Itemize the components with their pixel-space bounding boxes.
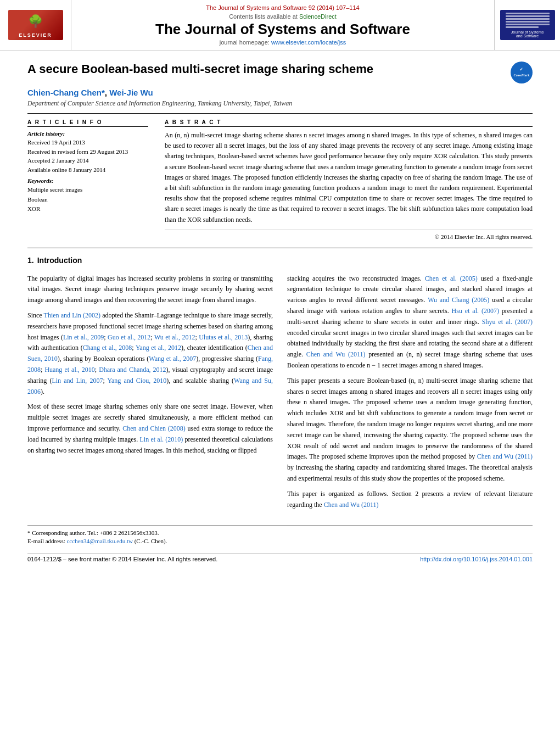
ref-chang-2008[interactable]: Chang et al., 2008 bbox=[83, 344, 132, 352]
received-date: Received 19 April 2013 bbox=[27, 138, 148, 147]
ref-guo-2012[interactable]: Guo et al., 2012 bbox=[108, 333, 150, 341]
main-content: A secure Boolean-based multi-secret imag… bbox=[0, 51, 560, 573]
ref-lin-lin-2007[interactable]: Lin and Lin, 2007 bbox=[52, 377, 103, 384]
contents-label: Contents lists available at bbox=[229, 13, 298, 20]
journal-ref-top: The Journal of Systems and Software 92 (… bbox=[206, 4, 359, 11]
footnote-email-line: E-mail address: ccchen34@mail.tku.edu.tw… bbox=[27, 538, 533, 544]
sciencedirect-link[interactable]: ScienceDirect bbox=[299, 13, 337, 20]
ref-chen-wu-2011[interactable]: Chen and Wu (2011) bbox=[306, 350, 366, 358]
online-date: Available online 8 January 2014 bbox=[27, 165, 148, 175]
section-number: 1. bbox=[27, 256, 34, 265]
article-title: A secure Boolean-based multi-secret imag… bbox=[27, 62, 511, 77]
introduction-section: 1. Introduction The popularity of digita… bbox=[27, 256, 533, 515]
ref-chen-wu-2011b[interactable]: Chen and Wu (2011) bbox=[477, 453, 533, 460]
right-para-3: This paper is organized as follows. Sect… bbox=[287, 489, 533, 511]
ref-thien-lin[interactable]: Thien and Lin (2002) bbox=[44, 311, 100, 319]
authors-line: Chien-Chang Chen*, Wei-Jie Wu bbox=[27, 88, 533, 97]
ref-ulutas-2013[interactable]: Ulutas et al., 2013 bbox=[199, 333, 248, 341]
abstract-header: A B S T R A C T bbox=[165, 119, 533, 127]
author-wu[interactable]: Wei-Jie Wu bbox=[109, 88, 153, 97]
ref-yang-ciou[interactable]: Yang and Ciou, 2010 bbox=[107, 377, 166, 384]
ref-wu-chang[interactable]: Wu and Chang (2005) bbox=[428, 296, 489, 304]
ref-hsu-2007[interactable]: Hsu et al. (2007) bbox=[452, 307, 499, 315]
ref-shyu-2007[interactable]: Shyu et al. (2007) bbox=[482, 318, 533, 326]
ref-yang-2012[interactable]: Yang et al., 2012 bbox=[136, 344, 181, 352]
intro-left-text: The popularity of digital images has inc… bbox=[27, 274, 273, 456]
footnote-section: * Corresponding author. Tel.: +886 2 262… bbox=[27, 526, 533, 544]
keyword-1: Multiple secret images bbox=[27, 185, 148, 195]
journal-center: The Journal of Systems and Software 92 (… bbox=[71, 0, 494, 50]
ref-wu-2012[interactable]: Wu et al., 2012 bbox=[154, 333, 195, 341]
revised-date: Received in revised form 29 August 2013 bbox=[27, 147, 148, 157]
ref-chen-chien-2008[interactable]: Chen and Chien (2008) bbox=[122, 425, 186, 432]
doi-link[interactable]: http://dx.doi.org/10.1016/j.jss.2014.01.… bbox=[420, 556, 533, 562]
ref-wang-2007[interactable]: Wang et al., 2007 bbox=[149, 355, 196, 362]
ref-chen-2005[interactable]: Chen et al. (2005) bbox=[425, 275, 478, 282]
ref-huang-2010[interactable]: Huang et al., 2010 bbox=[44, 366, 94, 373]
article-info-header: A R T I C L E I N F O bbox=[27, 119, 148, 127]
contents-line: Contents lists available at ScienceDirec… bbox=[229, 13, 337, 20]
history-label: Article history: bbox=[27, 130, 148, 137]
ref-dhara-2012[interactable]: Dhara and Chanda, 2012 bbox=[99, 366, 166, 373]
email-suffix: (C.-C. Chen). bbox=[135, 538, 167, 544]
article-title-section: A secure Boolean-based multi-secret imag… bbox=[27, 62, 533, 83]
homepage-url[interactable]: www.elsevier.com/locate/jss bbox=[271, 39, 346, 46]
abstract-text: An (n, n) multi-secret image sharing sch… bbox=[165, 130, 533, 225]
ref-chen-wu-2011c[interactable]: Chen and Wu (2011) bbox=[324, 501, 379, 509]
issn-line: 0164-1212/$ – see front matter © 2014 El… bbox=[27, 556, 217, 562]
intro-left-col: The popularity of digital images has inc… bbox=[27, 274, 273, 515]
intro-right-col: stacking acquires the two reconstructed … bbox=[287, 274, 533, 515]
keywords-label: Keywords: bbox=[27, 177, 148, 184]
elsevier-tree-icon: 🌳 bbox=[28, 14, 43, 29]
right-logo-text: Journal of Systemsand Software bbox=[511, 30, 544, 38]
keyword-2: Boolean bbox=[27, 195, 148, 205]
homepage-line: journal homepage: www.elsevier.com/locat… bbox=[220, 39, 346, 46]
ref-lin-2009[interactable]: Lin et al., 2009 bbox=[63, 333, 104, 341]
accepted-date: Accepted 2 January 2014 bbox=[27, 156, 148, 165]
article-info-col: A R T I C L E I N F O Article history: R… bbox=[27, 119, 148, 240]
author-chen[interactable]: Chien-Chang Chen* bbox=[27, 88, 105, 97]
elsevier-logo: 🌳 bbox=[0, 0, 71, 50]
homepage-label: journal homepage: bbox=[220, 39, 270, 46]
abstract-col: A B S T R A C T An (n, n) multi-secret i… bbox=[165, 119, 533, 240]
journal-right-logo-image: Journal of Systemsand Software bbox=[500, 10, 555, 40]
email-label: E-mail address: bbox=[27, 538, 65, 544]
copyright-line: © 2014 Elsevier Inc. All rights reserved… bbox=[165, 230, 533, 240]
intro-para-1: The popularity of digital images has inc… bbox=[27, 274, 273, 306]
intro-para-2: Since Thien and Lin (2002) adopted the S… bbox=[27, 310, 273, 397]
page-footer: 0164-1212/$ – see front matter © 2014 El… bbox=[27, 553, 533, 562]
affiliation: Department of Computer Science and Infor… bbox=[27, 99, 533, 108]
right-para-1: stacking acquires the two reconstructed … bbox=[287, 274, 533, 371]
footnote-asterisk: * Corresponding author. Tel.: +886 2 262… bbox=[27, 529, 533, 536]
ref-lin-2010[interactable]: Lin et al. (2010) bbox=[140, 436, 183, 443]
journal-name-header: The Journal of Systems and Software bbox=[155, 21, 410, 38]
doi-line: http://dx.doi.org/10.1016/j.jss.2014.01.… bbox=[420, 556, 533, 562]
right-para-2: This paper presents a secure Boolean-bas… bbox=[287, 376, 533, 484]
crossmark-icon: ✓CrossMark bbox=[513, 67, 529, 77]
email-link[interactable]: ccchen34@mail.tku.edu.tw bbox=[66, 538, 132, 544]
keyword-3: XOR bbox=[27, 204, 148, 214]
logo-lines-decoration bbox=[506, 13, 550, 29]
journal-right-logo: Journal of Systemsand Software bbox=[494, 0, 560, 50]
keywords-list: Multiple secret images Boolean XOR bbox=[27, 185, 148, 214]
article-info-abstract: A R T I C L E I N F O Article history: R… bbox=[27, 113, 533, 240]
elsevier-logo-image: 🌳 bbox=[8, 10, 63, 40]
journal-header: 🌳 The Journal of Systems and Software 92… bbox=[0, 0, 560, 51]
intro-body: The popularity of digital images has inc… bbox=[27, 274, 533, 515]
intro-right-text: stacking acquires the two reconstructed … bbox=[287, 274, 533, 511]
crossmark-badge[interactable]: ✓CrossMark bbox=[511, 62, 533, 83]
intro-para-3: Most of these secret image sharing schem… bbox=[27, 401, 273, 456]
section-title: Introduction bbox=[37, 256, 82, 265]
divider bbox=[27, 248, 533, 248]
